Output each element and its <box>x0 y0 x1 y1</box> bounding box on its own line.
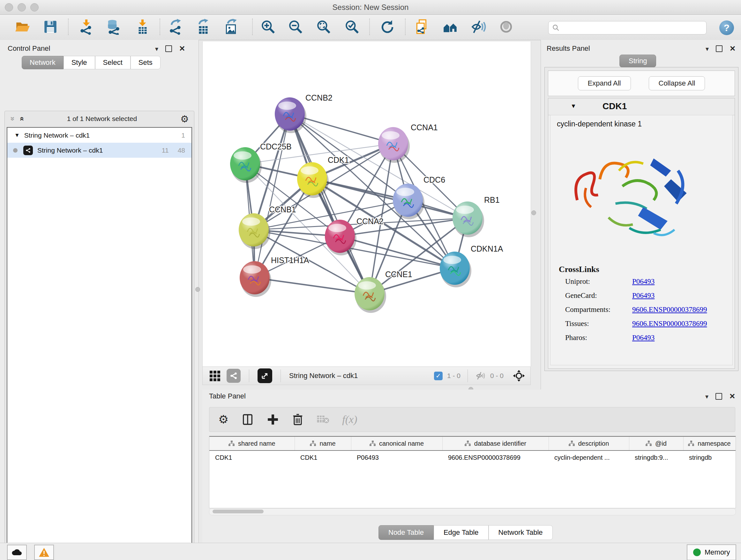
tree-expander-icon[interactable]: ▼ <box>14 132 20 138</box>
network-node-RB1[interactable]: RB1 <box>453 195 500 237</box>
tab-network[interactable]: Network <box>22 56 64 69</box>
import-table-icon[interactable] <box>134 18 151 36</box>
network-node-CDC6[interactable]: CDC6 <box>393 175 445 219</box>
show-columns-icon[interactable] <box>241 413 254 426</box>
table-gear-icon[interactable]: ⚙ <box>218 413 228 426</box>
collapse-panel-icon[interactable]: ▾ <box>155 45 158 53</box>
network-edge[interactable] <box>290 114 369 294</box>
export-table-icon[interactable] <box>195 18 212 36</box>
column-header--id[interactable]: @id <box>629 436 683 450</box>
zoom-fit-icon[interactable] <box>315 18 332 36</box>
birds-eye-toggle-icon[interactable] <box>513 369 525 382</box>
memory-button[interactable]: Memory <box>687 544 736 560</box>
close-panel-icon[interactable]: ✕ <box>730 44 736 53</box>
network-canvas[interactable]: CCNB2CCNA1CDC25BCDK1CDC6RB1CCNB1CCNA2CDK… <box>202 42 531 367</box>
splitter-handle[interactable] <box>195 287 200 292</box>
network-node-CDKN1A[interactable]: CDKN1A <box>440 244 503 287</box>
network-edge[interactable] <box>255 114 290 278</box>
selected-checkbox-icon[interactable]: ✓ <box>434 372 443 380</box>
network-status-dot-icon <box>13 148 17 152</box>
zoom-in-icon[interactable] <box>260 18 276 36</box>
column-header-description[interactable]: description <box>549 436 629 450</box>
import-database-icon[interactable] <box>105 18 121 36</box>
tab-network-table[interactable]: Network Table <box>488 525 553 540</box>
tab-style[interactable]: Style <box>64 56 95 69</box>
import-network-icon[interactable] <box>78 18 94 36</box>
network-node-CCNB1[interactable]: CCNB1 <box>239 205 296 249</box>
network-node-CDC25B[interactable]: CDC25B <box>230 142 292 183</box>
expand-all-button[interactable]: Expand All <box>578 76 631 90</box>
column-header-canonical-name[interactable]: canonical name <box>351 436 442 450</box>
export-network-icon[interactable] <box>167 18 184 36</box>
crosslink-link[interactable]: P06493 <box>632 277 655 286</box>
gene-section-header[interactable]: ▼ CDK1 <box>548 98 735 115</box>
tab-string[interactable]: String <box>619 55 656 67</box>
add-column-icon[interactable] <box>267 414 279 426</box>
crosslink-link[interactable]: P06493 <box>632 334 655 342</box>
help-icon[interactable]: ? <box>719 20 734 35</box>
section-expander-icon[interactable]: ▼ <box>570 103 576 110</box>
crosslink-link[interactable]: 9606.ENSP00000378699 <box>632 320 707 328</box>
crosslink-row: Uniprot: P06493 <box>565 277 728 286</box>
hidden-eye-icon[interactable] <box>475 370 486 381</box>
gene-section: ▼ CDK1 cyclin-dependent kinase 1 <box>548 98 735 369</box>
network-node-CDK1[interactable]: CDK1 <box>297 155 349 198</box>
export-image-icon[interactable] <box>223 18 239 36</box>
collapse-all-button[interactable]: Collapse All <box>649 76 705 90</box>
collapse-panel-icon[interactable]: ▾ <box>705 45 709 53</box>
refresh-icon[interactable] <box>379 18 395 36</box>
zoom-out-icon[interactable] <box>287 18 304 36</box>
tab-node-table[interactable]: Node Table <box>379 525 434 540</box>
collapse-all-icon[interactable]: » <box>8 117 17 121</box>
splitter-handle[interactable] <box>531 210 536 215</box>
node-label-CCNB2: CCNB2 <box>306 93 333 102</box>
network-node-HIST1H1A[interactable]: HIST1H1A <box>240 256 309 297</box>
network-overview-icon[interactable] <box>226 369 241 383</box>
column-header-namespace[interactable]: namespace <box>683 436 736 450</box>
table-horizontal-scrollbar[interactable] <box>209 508 736 515</box>
column-type-icon <box>310 441 316 446</box>
zoom-selected-icon[interactable] <box>344 18 360 36</box>
float-panel-icon[interactable] <box>716 393 722 400</box>
expand-all-icon[interactable]: » <box>17 117 26 121</box>
search-input[interactable] <box>560 24 698 32</box>
network-edge[interactable] <box>312 179 468 218</box>
warning-button[interactable] <box>34 545 54 560</box>
grid-view-icon[interactable] <box>210 371 220 381</box>
tab-sets[interactable]: Sets <box>131 56 160 69</box>
level-of-detail-icon[interactable] <box>498 18 515 36</box>
crosslink-link[interactable]: P06493 <box>632 292 655 300</box>
string-home-icon[interactable] <box>442 18 459 36</box>
open-in-new-window-icon[interactable] <box>258 368 272 383</box>
open-file-icon[interactable] <box>14 18 30 36</box>
tab-select[interactable]: Select <box>95 56 131 69</box>
crosslink-link[interactable]: 9606.ENSP00000378699 <box>632 306 707 314</box>
network-node-CCNA2[interactable]: CCNA2 <box>325 217 384 255</box>
close-panel-icon[interactable]: ✕ <box>729 392 735 401</box>
tree-row-collection[interactable]: ▼ String Network – cdk1 1 <box>7 128 192 143</box>
gear-icon[interactable]: ⚙ <box>180 113 189 125</box>
status-bar: Memory <box>0 543 741 560</box>
tab-edge-table[interactable]: Edge Table <box>434 525 488 540</box>
scrollbar-thumb[interactable] <box>212 509 264 513</box>
cloud-button[interactable] <box>7 545 27 560</box>
network-node-CCNA1[interactable]: CCNA1 <box>378 123 438 163</box>
collapse-panel-icon[interactable]: ▾ <box>705 393 709 400</box>
results-panel-window-buttons: ▾ ✕ <box>705 44 736 53</box>
column-header-database-identifier[interactable]: database identifier <box>442 436 549 450</box>
delete-column-icon[interactable] <box>292 414 304 426</box>
close-panel-icon[interactable]: ✕ <box>179 44 185 53</box>
column-header-name[interactable]: name <box>294 436 351 450</box>
float-panel-icon[interactable] <box>716 45 723 52</box>
tree-row-network[interactable]: String Network – cdk1 11 48 <box>7 143 192 158</box>
network-edge[interactable] <box>255 278 369 294</box>
column-header-shared-name[interactable]: shared name <box>209 436 294 450</box>
hide-unhide-icon[interactable] <box>470 18 487 36</box>
duplicate-network-icon[interactable] <box>414 18 430 36</box>
float-panel-icon[interactable] <box>165 45 172 52</box>
table-row[interactable]: CDK1CDK1P064939606.ENSP00000378699cyclin… <box>209 450 736 464</box>
save-icon[interactable] <box>42 18 59 36</box>
collection-count: 1 <box>181 132 185 139</box>
network-node-CCNE1[interactable]: CCNE1 <box>354 270 412 313</box>
node-table[interactable]: shared namenamecanonical namedatabase id… <box>209 436 736 464</box>
